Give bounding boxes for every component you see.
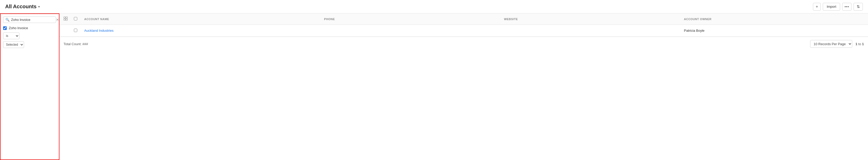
table-footer: Total Count: ### 10 Records Per Page 20 …: [59, 37, 868, 51]
search-input[interactable]: [11, 18, 55, 22]
row-checkbox-col[interactable]: [74, 29, 84, 33]
sort-button[interactable]: ⇅: [854, 3, 863, 10]
account-name-cell[interactable]: Auckland Industries: [84, 29, 324, 33]
table-header: ACCOUNT NAME PHONE WEBSITE ACCOUNT OWNER: [59, 13, 868, 25]
content-area: ACCOUNT NAME PHONE WEBSITE ACCOUNT OWNER…: [59, 13, 868, 160]
search-box: 🔍 ✕: [3, 17, 56, 23]
col-header-phone: PHONE: [324, 18, 504, 21]
header-left: All Accounts ▾: [5, 4, 40, 9]
close-icon[interactable]: ✕: [56, 18, 59, 22]
per-page-select[interactable]: 10 Records Per Page 20 Records Per Page …: [810, 40, 852, 48]
account-name-link[interactable]: Auckland Industries: [84, 29, 114, 33]
pagination-info: 1 to 1: [855, 42, 864, 46]
add-button[interactable]: +: [813, 3, 821, 10]
filter-checkbox-row: Zoho Invoice: [3, 26, 56, 30]
more-options-button[interactable]: •••: [842, 3, 851, 10]
table-row: Auckland Industries Patricia Boyle: [59, 25, 868, 37]
col-header-account-owner: ACCOUNT OWNER: [684, 18, 864, 21]
import-button[interactable]: Import: [823, 3, 840, 10]
page-title: All Accounts: [5, 4, 37, 9]
chevron-down-icon[interactable]: ▾: [38, 5, 40, 8]
svg-rect-0: [64, 17, 65, 18]
svg-rect-3: [66, 19, 67, 21]
account-owner-cell: Patricia Boyle: [684, 29, 864, 33]
header-checkbox-col[interactable]: [74, 17, 84, 21]
filter-checkbox-label: Zoho Invoice: [9, 26, 28, 30]
filter-panel: 🔍 ✕ Zoho Invoice is is not Selected All: [0, 13, 59, 160]
total-count-label: Total Count:: [64, 42, 83, 46]
col-header-account-name: ACCOUNT NAME: [84, 18, 324, 21]
row-checkbox[interactable]: [74, 29, 77, 32]
col-header-website: WEBSITE: [504, 18, 684, 21]
filter-selected-dropdown-row: Selected All: [3, 41, 56, 48]
header-bar: All Accounts ▾ + Import ••• ⇅: [0, 0, 868, 13]
svg-rect-2: [64, 19, 65, 21]
total-count: Total Count: ###: [64, 42, 88, 46]
select-all-checkbox[interactable]: [74, 17, 77, 21]
filter-is-dropdown[interactable]: is is not: [3, 33, 20, 39]
header-right: + Import ••• ⇅: [813, 3, 863, 10]
pagination-right: 10 Records Per Page 20 Records Per Page …: [810, 40, 864, 48]
filter-selected-dropdown[interactable]: Selected All: [3, 41, 24, 48]
total-count-value: ###: [83, 42, 88, 46]
table-icon-col: [64, 17, 74, 22]
filter-is-dropdown-row: is is not: [3, 33, 56, 39]
svg-rect-1: [66, 17, 67, 18]
search-icon: 🔍: [5, 18, 9, 22]
main-container: 🔍 ✕ Zoho Invoice is is not Selected All: [0, 13, 868, 160]
table-body: Auckland Industries Patricia Boyle: [59, 25, 868, 37]
filter-checkbox[interactable]: [3, 26, 7, 30]
